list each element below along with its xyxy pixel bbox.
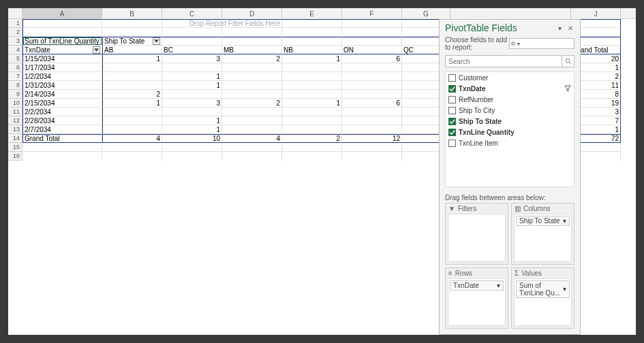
grand-total-cell[interactable]: 4 — [102, 134, 162, 143]
checkbox-icon[interactable] — [448, 118, 456, 125]
cell[interactable] — [222, 152, 282, 161]
pivot-value-cell[interactable]: 6 — [342, 54, 402, 63]
cell[interactable] — [342, 19, 402, 28]
pivot-row-label[interactable]: 1/17/2034 — [22, 63, 102, 72]
checkbox-icon[interactable] — [448, 74, 456, 82]
row-header[interactable]: 7 — [8, 72, 22, 81]
pivot-value-cell[interactable]: 2 — [222, 99, 282, 108]
search-icon[interactable] — [562, 55, 574, 67]
pivot-value-cell[interactable] — [282, 90, 342, 99]
pivot-value-cell[interactable] — [162, 90, 222, 99]
col-field-dropdown[interactable] — [153, 37, 160, 45]
pivot-value-cell[interactable]: 1 — [282, 54, 342, 63]
pivot-value-cell[interactable] — [222, 108, 282, 116]
pivot-measure-label[interactable]: Sum of TxnLine Quantity — [22, 37, 102, 46]
field-list-item[interactable]: TxnLine Item — [446, 137, 574, 148]
row-header[interactable]: 9 — [8, 90, 22, 99]
pivot-row-field-label[interactable]: TxnDate — [22, 46, 102, 54]
pivot-value-cell[interactable] — [342, 116, 402, 125]
pivot-col-header[interactable]: ON — [342, 46, 402, 54]
values-pill[interactable]: Sum of TxnLine Qu...▾ — [516, 280, 570, 298]
grand-total-cell[interactable]: 12 — [342, 134, 402, 143]
pivot-value-cell[interactable]: 1 — [162, 125, 222, 134]
pivot-value-cell[interactable]: 1 — [162, 72, 222, 81]
pivot-value-cell[interactable] — [282, 72, 342, 81]
row-header[interactable]: 15 — [8, 143, 22, 152]
pivot-value-cell[interactable]: 1 — [102, 54, 162, 63]
col-header-E[interactable]: E — [282, 8, 342, 19]
cell[interactable] — [222, 143, 282, 152]
cell[interactable] — [22, 152, 102, 161]
cell[interactable] — [22, 28, 102, 37]
row-header[interactable]: 3 — [8, 37, 22, 46]
col-header-A[interactable]: A — [22, 8, 102, 19]
field-list-item[interactable]: TxnLine Quantity — [446, 127, 574, 137]
pivot-row-label[interactable]: 1/31/2034 — [22, 81, 102, 90]
pivot-value-cell[interactable]: 2 — [222, 54, 282, 63]
select-all-corner[interactable] — [8, 8, 22, 19]
pivot-value-cell[interactable] — [342, 90, 402, 99]
pivot-value-cell[interactable] — [222, 81, 282, 90]
col-header-C[interactable]: C — [162, 8, 222, 19]
field-list-item[interactable]: RefNumber — [446, 94, 574, 105]
grand-total-cell[interactable]: 2 — [282, 134, 342, 143]
cell[interactable] — [162, 37, 222, 46]
cell[interactable] — [222, 37, 282, 46]
checkbox-icon[interactable] — [448, 85, 456, 93]
pivot-col-header[interactable]: MB — [222, 46, 282, 54]
cell[interactable] — [102, 28, 162, 37]
cell[interactable] — [342, 28, 402, 37]
row-header[interactable]: 11 — [8, 108, 22, 116]
col-header-J[interactable]: J — [571, 8, 621, 19]
checkbox-icon[interactable] — [448, 140, 456, 147]
field-list-item[interactable]: Customer — [446, 72, 574, 83]
cell[interactable] — [222, 28, 282, 37]
cell[interactable] — [342, 152, 402, 161]
field-search-input[interactable] — [445, 55, 562, 67]
col-header-B[interactable]: B — [102, 8, 162, 19]
filters-zone[interactable]: ▼Filters — [445, 203, 508, 265]
row-header[interactable]: 13 — [8, 125, 22, 134]
pivot-value-cell[interactable] — [342, 72, 402, 81]
cell[interactable] — [342, 37, 402, 46]
pivot-value-cell[interactable] — [102, 81, 162, 90]
pivot-value-cell[interactable] — [282, 108, 342, 116]
checkbox-icon[interactable] — [448, 96, 456, 103]
pivot-value-cell[interactable] — [282, 125, 342, 134]
checkbox-icon[interactable] — [448, 129, 456, 136]
row-header[interactable]: 6 — [8, 63, 22, 72]
checkbox-icon[interactable] — [448, 107, 456, 114]
pivot-value-cell[interactable] — [282, 63, 342, 72]
pivot-value-cell[interactable]: 1 — [162, 116, 222, 125]
row-header[interactable]: 14 — [8, 134, 22, 143]
row-header[interactable]: 12 — [8, 116, 22, 125]
pivot-col-header[interactable]: BC — [162, 46, 222, 54]
cell[interactable] — [282, 152, 342, 161]
values-zone[interactable]: ΣValues Sum of TxnLine Qu...▾ — [511, 267, 574, 329]
pivot-row-label[interactable]: 2/15/2034 — [22, 99, 102, 108]
row-header[interactable]: 1 — [8, 19, 22, 28]
grand-total-cell[interactable]: 4 — [222, 134, 282, 143]
pivot-col-header[interactable]: AB — [102, 46, 162, 54]
pivot-col-header[interactable]: NB — [282, 46, 342, 54]
cell[interactable] — [162, 152, 222, 161]
pivot-value-cell[interactable]: 1 — [162, 81, 222, 90]
rows-zone[interactable]: ≡Rows TxnDate▾ — [445, 267, 508, 329]
field-list-item[interactable]: TxnDate — [446, 83, 574, 94]
pivot-value-cell[interactable] — [102, 63, 162, 72]
cell[interactable] — [282, 19, 342, 28]
pivot-row-label[interactable]: 2/2/2034 — [22, 108, 102, 116]
cell[interactable] — [102, 143, 162, 152]
pivot-value-cell[interactable]: 1 — [102, 99, 162, 108]
row-header[interactable]: 8 — [8, 81, 22, 90]
pivot-value-cell[interactable]: 1 — [282, 99, 342, 108]
pivot-value-cell[interactable] — [342, 125, 402, 134]
pivot-value-cell[interactable] — [102, 72, 162, 81]
report-filter-drop-hint[interactable]: Drop Report Filter Fields Here — [222, 19, 282, 28]
grand-total-row-label[interactable]: Grand Total — [22, 134, 102, 143]
pivot-value-cell[interactable] — [222, 63, 282, 72]
pivot-value-cell[interactable] — [102, 125, 162, 134]
panel-layout-gear-icon[interactable]: ▾ — [509, 38, 574, 49]
columns-pill[interactable]: Ship To State▾ — [516, 216, 570, 226]
row-header[interactable]: 2 — [8, 28, 22, 37]
